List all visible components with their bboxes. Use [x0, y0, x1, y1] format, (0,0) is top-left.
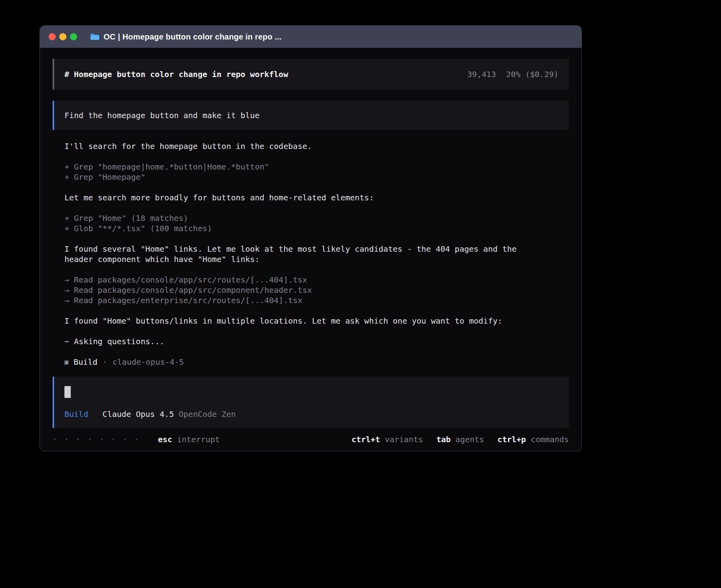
assistant-paragraph: I'll search for the homepage button in t… — [64, 141, 569, 151]
assistant-transcript: I'll search for the homepage button in t… — [53, 130, 569, 377]
hint-interrupt: esc interrupt — [158, 434, 220, 445]
tool-call-line: → Read packages/console/app/src/routes/[… — [64, 275, 569, 285]
agent-icon: ▣ — [64, 357, 68, 367]
prompt-model: Claude Opus 4.5 — [102, 409, 174, 419]
tool-call-group: → Read packages/console/app/src/routes/[… — [64, 275, 569, 305]
tool-call-line: ∗ Glob "**/*.tsx" (100 matches) — [64, 223, 569, 234]
tool-call-group: ∗ Grep "Home" (18 matches) ∗ Glob "**/*.… — [64, 213, 569, 234]
context-cost: 20% ($0.29) — [506, 69, 559, 79]
status-bar: · · · · · · · · esc interrupt ctrl+t var… — [53, 434, 569, 448]
tool-call-line: ∗ Grep "Homepage" — [64, 172, 569, 182]
zoom-button[interactable] — [70, 33, 77, 40]
tool-call-line: ∗ Grep "homepage|home.*button|Home.*butt… — [64, 162, 569, 172]
text-cursor — [64, 386, 71, 398]
tool-call-line: → Read packages/console/app/src/componen… — [64, 285, 569, 295]
assistant-paragraph: I found "Home" buttons/links in multiple… — [64, 316, 569, 326]
prompt-mode: Build — [64, 409, 88, 419]
terminal-window: OC | Homepage button color change in rep… — [40, 25, 582, 451]
close-button[interactable] — [49, 33, 56, 40]
prompt-provider: OpenCode Zen — [179, 409, 236, 419]
spinner-dots: · · · · · · · · — [53, 434, 141, 445]
prompt-meta: Build Claude Opus 4.5 OpenCode Zen — [64, 409, 559, 419]
user-message: Find the homepage button and make it blu… — [53, 101, 569, 130]
hint-commands: ctrl+p commands — [497, 434, 569, 445]
prompt-input[interactable]: Build Claude Opus 4.5 OpenCode Zen — [53, 377, 569, 428]
minimize-button[interactable] — [59, 33, 66, 40]
assistant-paragraph: I found several "Home" links. Let me loo… — [64, 244, 569, 264]
assistant-paragraph: Let me search more broadly for buttons a… — [64, 192, 569, 203]
hint-agents: tab agents — [436, 434, 484, 445]
assistant-status-line: ~ Asking questions... — [64, 336, 569, 347]
terminal-content: # Homepage button color change in repo w… — [40, 48, 581, 451]
session-header: # Homepage button color change in repo w… — [53, 59, 569, 90]
agent-model: claude-opus-4-5 — [113, 357, 184, 367]
user-message-text: Find the homepage button and make it blu… — [64, 110, 559, 121]
agent-name: Build — [74, 357, 97, 367]
hint-variants: ctrl+t variants — [351, 434, 423, 445]
window-title: OC | Homepage button color change in rep… — [104, 32, 281, 41]
window-titlebar[interactable]: OC | Homepage button color change in rep… — [40, 26, 581, 48]
folder-icon — [90, 33, 100, 41]
session-title: # Homepage button color change in repo w… — [64, 69, 288, 79]
tool-call-line: ∗ Grep "Home" (18 matches) — [64, 213, 569, 223]
tool-call-line: → Read packages/enterprise/src/routes/[.… — [64, 295, 569, 305]
tool-call-group: ∗ Grep "homepage|home.*button|Home.*butt… — [64, 162, 569, 182]
agent-status: ▣ Build · claude-opus-4-5 — [64, 357, 569, 367]
agent-separator: · — [102, 357, 107, 367]
token-count: 39,413 — [467, 69, 496, 79]
